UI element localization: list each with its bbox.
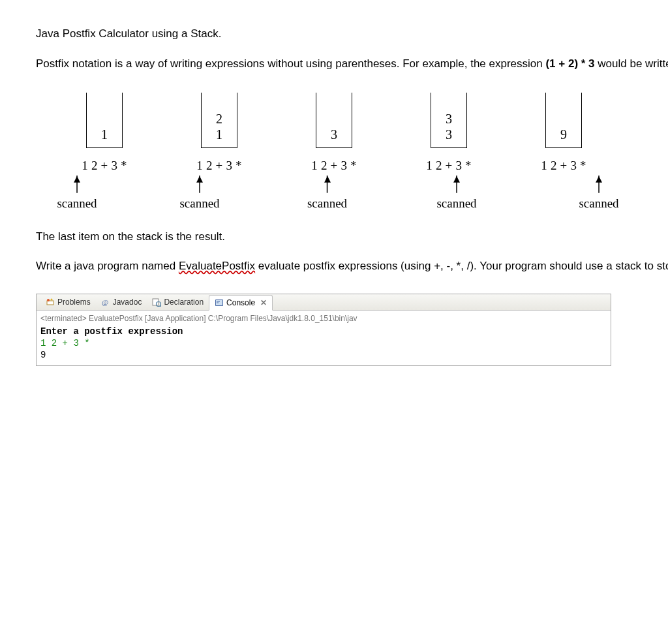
tab-label: Javadoc — [113, 297, 142, 308]
assignment-paragraph: Write a java program named EvaluatePostf… — [36, 258, 632, 274]
stack-value: 9 — [560, 127, 567, 142]
postfix-expression: 1 2 + 3 * — [285, 157, 383, 175]
postfix-expression: 1 2 + 3 * — [170, 157, 268, 175]
tab-label: Console — [226, 298, 255, 309]
scanned-label: scanned — [307, 195, 347, 213]
postfix-expression: 1 2 + 3 * — [55, 157, 153, 175]
console-prompt-line: Enter a postfix expression — [40, 326, 607, 337]
svg-line-6 — [160, 305, 161, 307]
scanned-label: scanned — [436, 195, 476, 213]
expression-scan-line: 1 2 + 3 *▴│scanned — [55, 157, 153, 216]
stack-value: 3 — [331, 127, 337, 142]
postfix-expression: 1 2 + 3 * — [400, 157, 498, 175]
stack-box: 1 — [86, 93, 123, 148]
declaration-icon — [152, 298, 161, 307]
stack-value: 3 — [446, 127, 452, 142]
expression-scan-line: 1 2 + 3 *▴│scanned — [400, 157, 498, 216]
stack-value: 1 — [101, 127, 108, 142]
bold-expression-infix: (1 + 2) * 3 — [545, 57, 594, 70]
stack-step: 31 2 + 3 *▴│scanned — [285, 93, 383, 216]
svg-point-1 — [47, 299, 50, 301]
problems-icon — [46, 298, 55, 307]
tab-javadoc[interactable]: @Javadoc — [96, 294, 147, 310]
scan-arrow-stem: │ — [322, 177, 333, 191]
stack-box: 3 — [316, 93, 352, 148]
scan-arrow-stem: │ — [594, 177, 604, 191]
stack-step: 91 2 + 3 *▴│scanned — [515, 93, 613, 216]
scan-arrow-stem: │ — [451, 177, 462, 191]
stack-value: 1 — [216, 127, 222, 142]
page-title: Java Postfix Calculator using a Stack. — [36, 26, 632, 42]
stack-step: 121 2 + 3 *▴│scanned — [170, 93, 268, 216]
tab-label: Declaration — [164, 297, 204, 308]
text-fragment: Write a java program named — [36, 260, 179, 272]
console-output-line: 9 — [40, 349, 607, 361]
tab-problems[interactable]: Problems — [40, 294, 96, 310]
svg-text:@: @ — [102, 298, 108, 306]
expression-scan-line: 1 2 + 3 *▴│scanned — [285, 157, 383, 216]
console-input-line: 1 2 + 3 * — [40, 337, 607, 349]
stack-value: 3 — [446, 111, 452, 127]
expression-scan-line: 1 2 + 3 *▴│scanned — [515, 157, 613, 216]
console-tab-bar: Problems@JavadocDeclarationConsole✕ — [37, 294, 611, 311]
expression-scan-line: 1 2 + 3 *▴│scanned — [170, 157, 268, 216]
stack-value: 2 — [216, 111, 222, 127]
eclipse-console-panel: Problems@JavadocDeclarationConsole✕ <ter… — [36, 294, 611, 365]
text-fragment: Postfix notation is a way of writing exp… — [36, 57, 545, 70]
stack-box: 9 — [545, 93, 582, 148]
stack-diagram: 11 2 + 3 *▴│scanned121 2 + 3 *▴│scanned3… — [36, 86, 632, 229]
scanned-label: scanned — [57, 195, 97, 213]
stack-step: 11 2 + 3 *▴│scanned — [55, 93, 153, 216]
tab-console[interactable]: Console✕ — [209, 295, 273, 311]
scan-arrow-stem: │ — [72, 177, 82, 191]
scan-arrow-stem: │ — [194, 177, 205, 191]
tab-label: Problems — [57, 297, 91, 308]
console-status-line: <terminated> EvaluatePostfix [Java Appli… — [37, 311, 611, 326]
close-icon[interactable]: ✕ — [260, 298, 267, 309]
tab-declaration[interactable]: Declaration — [147, 294, 209, 310]
svg-point-2 — [51, 299, 53, 301]
program-name-link: EvaluatePostfix — [179, 260, 255, 272]
result-note: The last item on the stack is the result… — [36, 229, 632, 245]
stack-step: 331 2 + 3 *▴│scanned — [400, 93, 498, 216]
javadoc-icon: @ — [101, 298, 110, 307]
console-icon — [215, 298, 224, 307]
scanned-label: scanned — [579, 195, 618, 213]
text-fragment: would be written as — [595, 57, 668, 70]
intro-paragraph: Postfix notation is a way of writing exp… — [36, 56, 632, 72]
scanned-label: scanned — [179, 195, 219, 213]
console-output: Enter a postfix expression1 2 + 3 *9 — [37, 326, 611, 365]
text-fragment: evaluate postfix expressions (using +, -… — [255, 260, 668, 272]
stack-box: 33 — [431, 93, 467, 148]
stack-box: 12 — [201, 93, 237, 148]
